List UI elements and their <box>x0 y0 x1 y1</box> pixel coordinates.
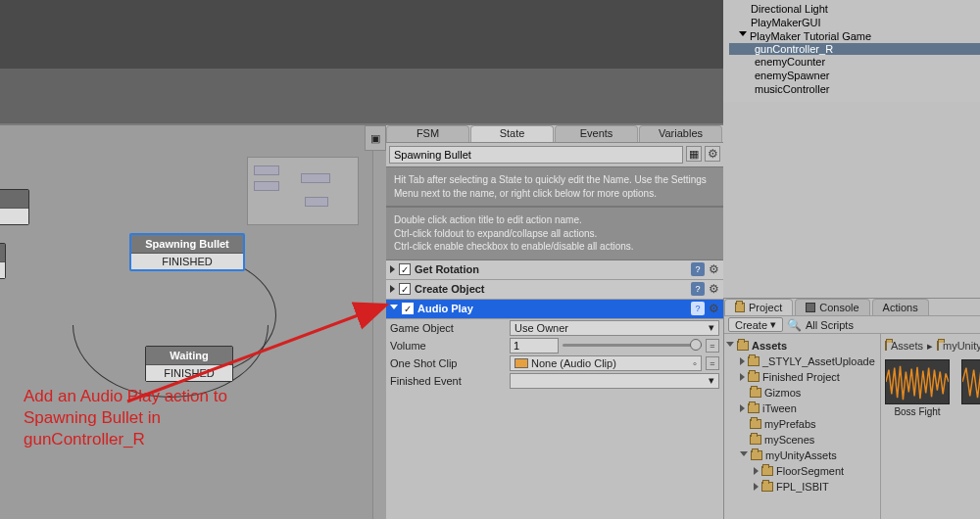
foldout-icon[interactable] <box>754 467 759 475</box>
annotation-text: Add an Audio Play action to Spawning Bul… <box>24 386 227 450</box>
folder-icon <box>761 466 773 476</box>
folder-icon <box>748 356 760 366</box>
state-transition-slot[interactable]: FINISHED <box>146 364 232 381</box>
tab-events[interactable]: Events <box>555 125 638 142</box>
help-icon[interactable]: ? <box>691 262 705 276</box>
waveform-icon <box>961 359 980 404</box>
tab-fsm[interactable]: FSM <box>386 125 469 142</box>
filter-all-scripts[interactable]: All Scripts <box>806 319 854 331</box>
project-assets-grid[interactable]: Assets ▸ myUnity Boss Fight ma <box>881 334 980 519</box>
asset-thumbnail[interactable]: ma <box>961 359 980 417</box>
state-node[interactable]: Waiting FINISHED <box>145 346 233 382</box>
foldout-icon[interactable] <box>740 404 745 412</box>
gear-icon[interactable] <box>709 282 719 296</box>
foldout-icon[interactable] <box>739 31 747 40</box>
prop-volume: Volume = <box>386 337 723 354</box>
folder-icon <box>937 341 939 351</box>
volume-slider[interactable] <box>563 344 702 347</box>
tree-item[interactable]: FPL_ISBIT <box>726 479 878 495</box>
state-node[interactable]: _R <box>0 189 29 225</box>
field-options-button[interactable]: = <box>706 356 719 370</box>
dropdown-game-object[interactable]: Use Owner▾ <box>510 320 719 336</box>
audio-clip-icon <box>514 358 528 368</box>
folder-icon <box>748 372 760 382</box>
graph-minimap[interactable] <box>247 157 359 225</box>
dropdown-finished-event[interactable]: ▾ <box>510 373 719 389</box>
scene-viewport[interactable] <box>0 0 723 123</box>
state-node[interactable]: n_R <box>0 243 6 279</box>
gear-icon[interactable] <box>709 302 719 315</box>
action-header-create-object[interactable]: ✓ Create Object ? <box>386 280 723 300</box>
tab-variables[interactable]: Variables <box>639 125 722 142</box>
gear-icon[interactable] <box>709 262 719 276</box>
project-folder-tree[interactable]: Assets _STYLY_AssetUploade Finished Proj… <box>724 334 881 519</box>
state-transition-slot[interactable]: FINISHED <box>131 253 243 269</box>
tree-item[interactable]: iTween <box>726 401 878 416</box>
foldout-icon[interactable] <box>740 373 745 381</box>
prop-game-object: Game Object Use Owner▾ <box>386 319 723 337</box>
prop-one-shot-clip: One Shot Clip None (Audio Clip)◦ = <box>386 354 723 372</box>
tree-item[interactable]: myUnityAssets <box>726 448 878 463</box>
hint-text: Hit Tab after selecting a State to quick… <box>386 166 723 207</box>
foldout-icon[interactable] <box>390 265 395 273</box>
tab-project[interactable]: Project <box>724 299 793 315</box>
hierarchy-item[interactable]: musicController <box>731 82 972 96</box>
gear-icon[interactable] <box>705 146 720 162</box>
tab-state[interactable]: State <box>470 125 554 142</box>
foldout-icon[interactable] <box>390 305 398 313</box>
action-enable-checkbox[interactable]: ✓ <box>399 283 411 295</box>
tab-actions[interactable]: Actions <box>872 299 929 315</box>
action-enable-checkbox[interactable]: ✓ <box>399 263 411 275</box>
action-header-get-rotation[interactable]: ✓ Get Rotation ? <box>386 260 723 280</box>
foldout-icon[interactable] <box>740 451 748 460</box>
action-enable-checkbox[interactable]: ✓ <box>402 303 414 314</box>
hierarchy-panel[interactable]: Directional Light PlayMakerGUI PlayMaker… <box>723 0 980 102</box>
tree-item[interactable]: myPrefabs <box>726 416 878 432</box>
help-icon[interactable]: ? <box>691 302 705 315</box>
folder-icon <box>750 388 761 398</box>
slider-knob[interactable] <box>690 339 702 351</box>
tree-item[interactable]: FloorSegment <box>726 463 878 479</box>
hierarchy-item[interactable]: Directional Light <box>731 2 972 16</box>
state-title: Waiting <box>146 347 232 364</box>
volume-number-field[interactable] <box>510 338 559 354</box>
field-options-button[interactable]: = <box>706 339 719 353</box>
vertical-scrollbar[interactable] <box>372 151 386 519</box>
folder-icon <box>737 341 749 351</box>
canvas-corner-button[interactable]: ▣ <box>365 125 386 151</box>
state-transition-slot[interactable]: n_R <box>0 261 5 278</box>
help-icon[interactable]: ? <box>691 282 705 296</box>
folder-icon <box>885 341 887 351</box>
tree-item[interactable]: Finished Project <box>726 369 878 385</box>
fsm-inspector-panel: FSM State Events Variables ▦ Hit Tab aft… <box>386 123 723 390</box>
tree-item[interactable]: Gizmos <box>726 385 878 401</box>
hierarchy-item-selected[interactable]: gunController_R <box>729 43 980 55</box>
folder-icon <box>748 403 760 413</box>
create-dropdown[interactable]: Create ▾ <box>728 317 783 332</box>
state-node-selected[interactable]: Spawning Bullet FINISHED <box>129 233 245 271</box>
tree-item[interactable]: Assets <box>726 338 878 354</box>
tree-item[interactable]: _STYLY_AssetUploade <box>726 354 878 369</box>
state-transition-slot[interactable]: _R <box>0 208 28 224</box>
foldout-icon[interactable] <box>740 357 745 365</box>
hierarchy-item[interactable]: PlayMaker Tutorial Game <box>731 29 972 43</box>
object-field-audio-clip[interactable]: None (Audio Clip)◦ <box>510 355 702 371</box>
hierarchy-item[interactable]: enemySpawner <box>731 69 972 82</box>
foldout-icon[interactable] <box>726 342 734 351</box>
state-name-input[interactable] <box>389 146 683 164</box>
tree-item[interactable]: myScenes <box>726 432 878 448</box>
waveform-icon <box>885 359 950 404</box>
search-icon[interactable]: 🔍 <box>787 318 802 332</box>
breadcrumb[interactable]: Assets ▸ myUnity <box>885 338 976 354</box>
fsm-graph-canvas[interactable]: ▣ _R n_R Spawning Bullet FINISHED Waitin… <box>0 123 386 519</box>
tab-console[interactable]: Console <box>795 299 869 315</box>
asset-thumbnail[interactable]: Boss Fight <box>885 359 950 417</box>
action-header-audio-play-selected[interactable]: ✓ Audio Play ? <box>386 300 723 319</box>
state-icon-button[interactable]: ▦ <box>686 146 702 162</box>
hint-text: Double click action title to edit action… <box>386 207 723 260</box>
state-title: Spawning Bullet <box>131 235 243 253</box>
hierarchy-item[interactable]: PlayMakerGUI <box>731 16 972 29</box>
foldout-icon[interactable] <box>390 285 395 293</box>
foldout-icon[interactable] <box>754 483 759 491</box>
hierarchy-item[interactable]: enemyCounter <box>731 55 972 69</box>
